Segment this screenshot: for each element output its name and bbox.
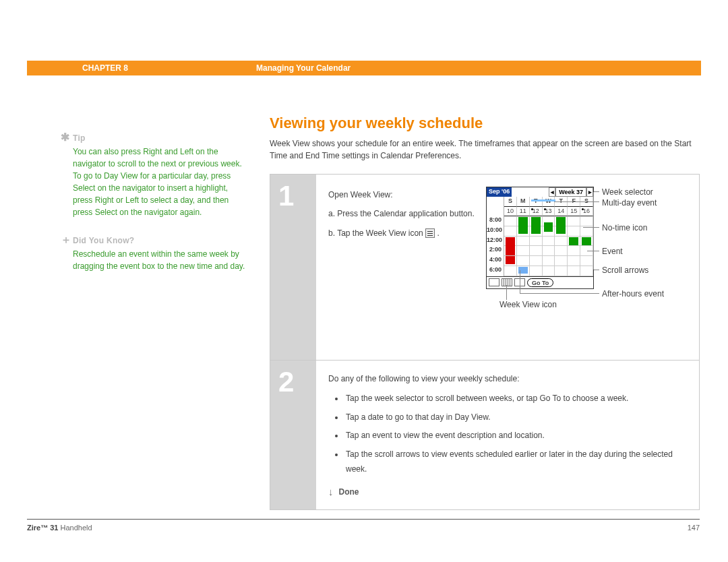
date-cell[interactable]: 11 xyxy=(517,207,530,217)
tip-body: You can also press Right and Left on the… xyxy=(73,146,248,218)
week-view-screenshot: Sep '06 ◂ Week 37 ▸ S M xyxy=(486,187,688,315)
callout-no-time: No-time icon xyxy=(602,223,647,232)
chapter-header: CHAPTER 8 Managing Your Calendar xyxy=(27,61,701,75)
steps-container: 1 Open Week View: a. Press the Calendar … xyxy=(270,174,700,510)
week-view-icon xyxy=(425,228,435,238)
multi-day-bar xyxy=(531,199,555,201)
time-label: 12:00 xyxy=(487,237,504,247)
date-cell[interactable]: 15 xyxy=(568,207,580,217)
callout-scroll-arrows: Scroll arrows xyxy=(602,266,648,275)
section-intro: Week View shows your schedule for an ent… xyxy=(270,137,700,162)
tip-label: Tip xyxy=(73,133,86,143)
callout-after-hours: After-hours event xyxy=(602,289,664,299)
step-1: 1 Open Week View: a. Press the Calendar … xyxy=(270,175,699,360)
goto-button[interactable]: Go To xyxy=(527,278,553,287)
plus-icon: ＋ xyxy=(61,235,71,245)
footer-view-btn-week[interactable] xyxy=(502,278,512,286)
day-head: S xyxy=(504,197,517,207)
callout-week-selector: Week selector xyxy=(602,187,653,197)
day-head: W xyxy=(543,197,555,207)
next-week-arrow[interactable]: ▸ xyxy=(586,187,593,197)
chapter-number: CHAPTER 8 xyxy=(27,63,256,73)
step-2-number: 2 xyxy=(270,361,316,509)
chapter-title: Managing Your Calendar xyxy=(256,63,701,73)
date-cell[interactable]: 14 xyxy=(555,207,568,217)
step-1-number: 1 xyxy=(270,175,316,360)
date-cell[interactable]: 12 xyxy=(530,207,543,217)
done-label: Done xyxy=(339,487,359,497)
callout-week-icon: Week View icon xyxy=(499,300,557,309)
date-cell[interactable]: 16 xyxy=(580,207,593,217)
step-2-lead: Do any of the following to view your wee… xyxy=(328,374,687,383)
footer-product: Zire™ 31 Handheld xyxy=(27,524,92,532)
day-head: T xyxy=(530,197,543,207)
time-label: 10:00 xyxy=(487,226,504,237)
week-number[interactable]: Week 37 xyxy=(555,187,586,197)
didyouknow-label: Did You Know? xyxy=(73,236,134,245)
time-label: 6:00 xyxy=(487,266,504,276)
section-title: Viewing your weekly schedule xyxy=(270,115,700,132)
callout-multi-day: Multi-day event xyxy=(602,198,657,208)
footer-view-btn[interactable] xyxy=(489,278,499,286)
callout-event: Event xyxy=(602,247,623,256)
time-label: 8:00 xyxy=(487,216,504,226)
step-2-bullet: Tap the week selector to scroll between … xyxy=(344,392,687,406)
step-2-bullet: Tap an event to view the event descripti… xyxy=(344,429,687,443)
step-1-b-pre: b. Tap the Week View icon xyxy=(328,228,425,238)
time-label: 2:00 xyxy=(487,246,504,256)
date-cell[interactable]: 13 xyxy=(543,207,555,217)
didyouknow-body: Reschedule an event within the same week… xyxy=(73,248,248,272)
step-1-b-post: . xyxy=(437,228,439,238)
step-2-bullet: Tap a date to go to that day in Day View… xyxy=(344,410,687,425)
step-2-bullet: Tap the scroll arrows to view events sch… xyxy=(344,447,687,476)
prev-week-arrow[interactable]: ◂ xyxy=(549,187,555,197)
footer-page: 147 xyxy=(688,524,700,532)
time-label: 4:00 xyxy=(487,256,504,266)
down-arrow-icon: ↓ xyxy=(328,486,334,497)
date-cell[interactable]: 10 xyxy=(504,207,517,217)
snowflake-icon: ✱ xyxy=(61,132,69,143)
device-month: Sep '06 xyxy=(487,187,512,197)
step-2: 2 Do any of the following to view your w… xyxy=(270,360,699,509)
day-head: M xyxy=(517,197,530,207)
